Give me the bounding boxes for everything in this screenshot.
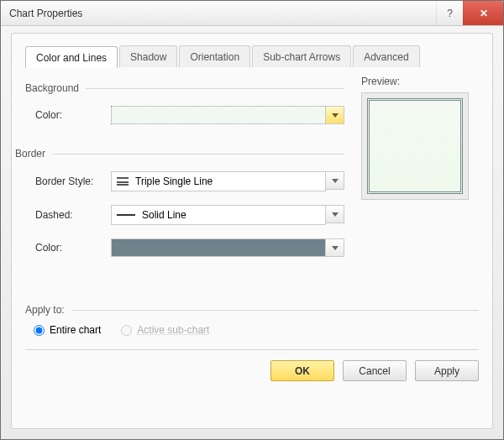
tab-label: Shadow: [130, 51, 166, 63]
apply-button[interactable]: Apply: [415, 360, 479, 381]
background-color-control: [111, 106, 344, 124]
chevron-down-icon: [332, 212, 339, 217]
apply-to-group: Apply to: Entire chart Active sub-chart: [25, 304, 479, 336]
background-color-row: Color:: [35, 106, 344, 124]
chevron-down-icon: [332, 179, 339, 183]
border-style-control: Triple Single Line: [111, 171, 344, 191]
radio-entire-chart[interactable]: Entire chart: [34, 324, 101, 336]
background-heading: Background: [25, 82, 344, 94]
border-style-dropdown-button[interactable]: [326, 171, 344, 190]
help-button[interactable]: ?: [436, 1, 463, 25]
cancel-button[interactable]: Cancel: [343, 360, 407, 381]
border-color-dropdown-button[interactable]: [326, 238, 344, 257]
tab-strip: Color and Lines Shadow Orientation Sub-c…: [25, 45, 479, 67]
border-color-swatch[interactable]: [111, 238, 326, 257]
border-dashed-row: Dashed: Solid Line: [35, 205, 344, 225]
separator: [86, 88, 344, 89]
tab-label: Advanced: [364, 51, 408, 63]
border-dashed-combo[interactable]: Solid Line: [111, 205, 326, 225]
border-color-label: Color:: [35, 242, 111, 254]
border-style-combo[interactable]: Triple Single Line: [111, 171, 326, 191]
background-color-label: Color:: [35, 109, 111, 121]
border-dashed-label: Dashed:: [35, 209, 111, 221]
radio-active-subchart-input: [121, 325, 132, 336]
tab-subchart-arrows[interactable]: Sub-chart Arrows: [252, 45, 351, 67]
border-color-row: Color:: [35, 238, 344, 257]
close-button[interactable]: ✕: [463, 1, 503, 25]
upper-area: Background Color: Border: [25, 76, 479, 270]
dialog-window: Chart Properties ? ✕ Color and Lines Sha…: [0, 0, 504, 440]
tab-label: Color and Lines: [36, 52, 107, 64]
separator: [71, 310, 479, 311]
titlebar-buttons: ? ✕: [436, 1, 503, 25]
border-heading: Border: [15, 148, 344, 160]
preview-box: [361, 92, 469, 200]
tab-color-and-lines[interactable]: Color and Lines: [25, 46, 118, 68]
group-label: Border: [15, 148, 45, 160]
triple-line-icon: [117, 177, 129, 186]
radio-label: Entire chart: [50, 324, 101, 336]
border-color-control: [111, 238, 344, 257]
apply-to-heading: Apply to:: [25, 304, 479, 316]
separator: [52, 154, 344, 155]
button-label: Cancel: [359, 365, 390, 377]
tab-advanced[interactable]: Advanced: [353, 45, 419, 67]
button-label: OK: [295, 365, 310, 377]
radio-label: Active sub-chart: [137, 324, 209, 336]
chevron-down-icon: [332, 113, 339, 118]
solid-line-icon: [117, 214, 135, 216]
combo-value: Solid Line: [142, 209, 186, 221]
dialog-buttons: OK Cancel Apply: [25, 360, 479, 381]
form-column: Background Color: Border: [25, 76, 344, 270]
background-color-swatch[interactable]: [111, 106, 326, 124]
close-icon: ✕: [480, 8, 488, 19]
group-label: Apply to:: [25, 304, 65, 316]
preview-column: Preview:: [361, 76, 479, 270]
preview-label: Preview:: [361, 76, 479, 87]
tab-shadow[interactable]: Shadow: [119, 45, 177, 67]
separator: [25, 349, 479, 350]
window-title: Chart Properties: [9, 8, 436, 19]
chevron-down-icon: [332, 246, 339, 250]
tab-label: Orientation: [190, 51, 239, 63]
tab-orientation[interactable]: Orientation: [179, 45, 250, 67]
border-style-label: Border Style:: [35, 175, 111, 187]
border-dashed-dropdown-button[interactable]: [326, 205, 344, 223]
apply-to-radios: Entire chart Active sub-chart: [34, 324, 479, 336]
radio-entire-chart-input[interactable]: [34, 325, 45, 336]
combo-value: Triple Single Line: [135, 175, 213, 187]
border-style-row: Border Style: Triple Single Line: [35, 171, 344, 191]
button-label: Apply: [434, 365, 459, 377]
background-color-dropdown-button[interactable]: [326, 106, 344, 124]
radio-active-subchart: Active sub-chart: [121, 324, 209, 336]
tab-label: Sub-chart Arrows: [263, 51, 340, 63]
ok-button[interactable]: OK: [270, 360, 334, 381]
help-icon: ?: [447, 8, 453, 19]
group-label: Background: [25, 82, 79, 94]
titlebar: Chart Properties ? ✕: [1, 1, 503, 26]
dialog-content: Color and Lines Shadow Orientation Sub-c…: [11, 33, 493, 429]
preview-swatch: [367, 98, 463, 194]
border-dashed-control: Solid Line: [111, 205, 344, 225]
